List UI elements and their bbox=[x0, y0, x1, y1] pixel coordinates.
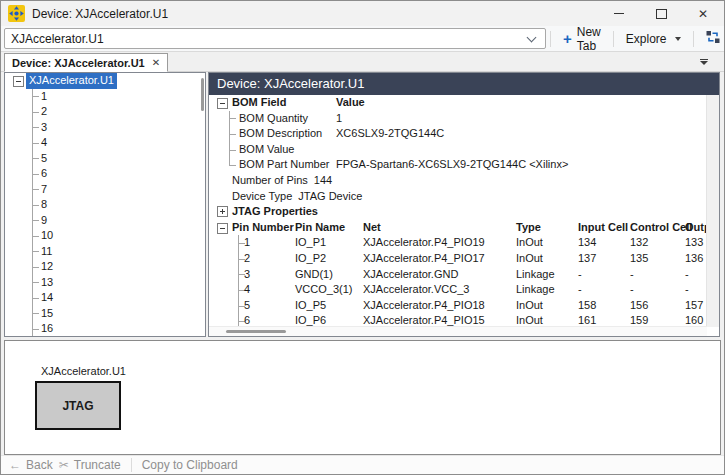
tree-item-pin-13[interactable]: 13 bbox=[5, 275, 205, 291]
chevron-down-icon[interactable] bbox=[527, 32, 537, 42]
tab-close-icon[interactable]: ✕ bbox=[152, 57, 160, 68]
pin-cell: InOut bbox=[516, 251, 543, 267]
tree-item-label: 11 bbox=[41, 244, 52, 260]
main-area: XJAccelerator.U1 12345678910111213141516… bbox=[1, 72, 724, 337]
expander-plus-icon[interactable] bbox=[217, 206, 228, 217]
detail-vertical-scrollbar[interactable] bbox=[706, 95, 719, 327]
tree-branch-icon bbox=[32, 244, 40, 260]
minimize-button[interactable] bbox=[598, 1, 640, 26]
expander-minus-icon[interactable] bbox=[217, 98, 228, 109]
pin-cell: VCCO_3(1) bbox=[295, 282, 352, 298]
pin-cell: InOut bbox=[516, 298, 543, 314]
tree-branch-icon bbox=[229, 111, 237, 127]
tree-item-label: 16 bbox=[41, 321, 53, 337]
tree-item-pin-1[interactable]: 1 bbox=[5, 89, 205, 105]
tree-item-label: 14 bbox=[41, 290, 53, 306]
pin-row[interactable]: 2IO_P2XJAccelerator.P4_PIO17InOut1371351… bbox=[209, 251, 707, 267]
tree-branch-icon bbox=[32, 120, 40, 136]
tree-root-item[interactable]: XJAccelerator.U1 bbox=[5, 73, 205, 89]
section-row[interactable]: JTAG Properties bbox=[209, 204, 707, 220]
tree-branch-icon bbox=[32, 135, 40, 151]
tree-item-pin-11[interactable]: 11 bbox=[5, 244, 205, 260]
expander-minus-icon[interactable] bbox=[13, 76, 24, 87]
pin-cell: - bbox=[685, 282, 689, 298]
title-bar: Device: XJAccelerator.U1 ✕ bbox=[1, 1, 724, 26]
back-button[interactable]: ← Back bbox=[9, 458, 53, 472]
section-label: JTAG Properties bbox=[232, 204, 318, 220]
pin-cell: 3 bbox=[244, 267, 250, 283]
tree-item-pin-7[interactable]: 7 bbox=[5, 182, 205, 198]
pin-cell: Linkage bbox=[516, 267, 555, 283]
property-label: Number of Pins bbox=[232, 174, 308, 186]
tree-item-pin-6[interactable]: 6 bbox=[5, 166, 205, 182]
pin-cell: XJAccelerator.P4_PIO18 bbox=[363, 298, 485, 314]
bom-row[interactable]: BOM Quantity1 bbox=[209, 111, 707, 127]
explore-button[interactable]: Explore bbox=[618, 28, 690, 49]
pin-row[interactable]: 5IO_P5XJAccelerator.P4_PIO18InOut1581561… bbox=[209, 298, 707, 314]
tab-device[interactable]: Device: XJAccelerator.U1 ✕ bbox=[4, 53, 168, 72]
bom-row[interactable]: BOM Value bbox=[209, 142, 707, 158]
bom-row[interactable]: BOM Part NumberFPGA-Spartan6-XC6SLX9-2TQ… bbox=[209, 157, 707, 173]
tree-item-label: 9 bbox=[41, 213, 47, 229]
tree-item-label: 4 bbox=[41, 135, 47, 151]
pin-cell: 4 bbox=[244, 282, 250, 298]
bom-row[interactable]: BOM DescriptionXC6SLX9-2TQG144C bbox=[209, 126, 707, 142]
close-button[interactable]: ✕ bbox=[682, 1, 724, 26]
tree-item-pin-4[interactable]: 4 bbox=[5, 135, 205, 151]
section-row[interactable]: BOM FieldValue bbox=[209, 95, 707, 111]
scissors-icon: ✂ bbox=[59, 458, 69, 472]
tree-item-pin-5[interactable]: 5 bbox=[5, 151, 205, 167]
pin-row[interactable]: 1IO_P1XJAccelerator.P4_PIO19InOut1341321… bbox=[209, 235, 707, 251]
property-value: JTAG Device bbox=[298, 190, 362, 202]
truncate-button[interactable]: ✂ Truncate bbox=[59, 458, 121, 472]
tree-branch-icon bbox=[32, 89, 40, 105]
bom-field-label: BOM Part Number bbox=[239, 157, 329, 173]
minimize-icon bbox=[614, 13, 624, 14]
pin-cell: 133 bbox=[685, 235, 703, 251]
tree-branch-icon bbox=[32, 306, 40, 322]
tree-item-pin-16[interactable]: 16 bbox=[5, 321, 205, 337]
explore-label: Explore bbox=[626, 32, 667, 46]
maximize-button[interactable] bbox=[640, 1, 682, 26]
address-combobox[interactable]: XJAccelerator.U1 bbox=[4, 28, 546, 49]
pin-cell: XJAccelerator.P4_PIO17 bbox=[363, 251, 485, 267]
tree-item-pin-12[interactable]: 12 bbox=[5, 259, 205, 275]
new-tab-label: New Tab bbox=[577, 25, 601, 53]
pin-row[interactable]: 3GND(1)XJAccelerator.GNDLinkage--- bbox=[209, 267, 707, 283]
tab-list-chevron-icon[interactable] bbox=[700, 61, 708, 65]
tree-branch-icon bbox=[32, 228, 40, 244]
tree-branch-icon bbox=[32, 213, 40, 229]
pin-cell: 134 bbox=[578, 235, 596, 251]
property-row[interactable]: Device TypeJTAG Device bbox=[209, 189, 707, 205]
status-bar: ← Back ✂ Truncate Copy to Clipboard bbox=[1, 455, 724, 474]
dropdown-caret-icon bbox=[675, 37, 681, 41]
tree-item-pin-14[interactable]: 14 bbox=[5, 290, 205, 306]
tree-item-pin-9[interactable]: 9 bbox=[5, 213, 205, 229]
tree-item-pin-15[interactable]: 15 bbox=[5, 306, 205, 322]
tree-scrollbar-thumb[interactable] bbox=[201, 78, 204, 111]
scrollbar-thumb[interactable] bbox=[226, 330, 286, 333]
toolbar-separator bbox=[550, 31, 551, 47]
tree-item-pin-2[interactable]: 2 bbox=[5, 104, 205, 120]
detail-horizontal-scrollbar[interactable] bbox=[209, 326, 707, 336]
tree-branch-icon bbox=[32, 182, 40, 198]
copy-label: Copy to Clipboard bbox=[142, 458, 238, 472]
property-row[interactable]: Number of Pins144 bbox=[209, 173, 707, 189]
pin-cell: 5 bbox=[244, 298, 250, 314]
pin-cell: 132 bbox=[630, 235, 648, 251]
pin-table-header-row[interactable]: Pin NumberPin NameNetTypeInput CellContr… bbox=[209, 220, 707, 236]
pin-cell: XJAccelerator.VCC_3 bbox=[363, 282, 469, 298]
chain-button[interactable]: Chain bbox=[698, 28, 725, 49]
tree-item-pin-3[interactable]: 3 bbox=[5, 120, 205, 136]
expander-minus-icon[interactable] bbox=[217, 223, 228, 234]
new-tab-button[interactable]: + New Tab bbox=[555, 28, 609, 49]
pin-cell: IO_P1 bbox=[295, 235, 326, 251]
pin-cell: Linkage bbox=[516, 282, 555, 298]
tree-item-pin-8[interactable]: 8 bbox=[5, 197, 205, 213]
pin-row[interactable]: 4VCCO_3(1)XJAccelerator.VCC_3Linkage--- bbox=[209, 282, 707, 298]
pin-column-header: Output Cell bbox=[685, 220, 707, 236]
copy-to-clipboard-button[interactable]: Copy to Clipboard bbox=[142, 458, 238, 472]
tree-branch-icon bbox=[32, 290, 40, 306]
tree-item-pin-10[interactable]: 10 bbox=[5, 228, 205, 244]
jtag-device-box[interactable]: JTAG bbox=[35, 381, 121, 430]
